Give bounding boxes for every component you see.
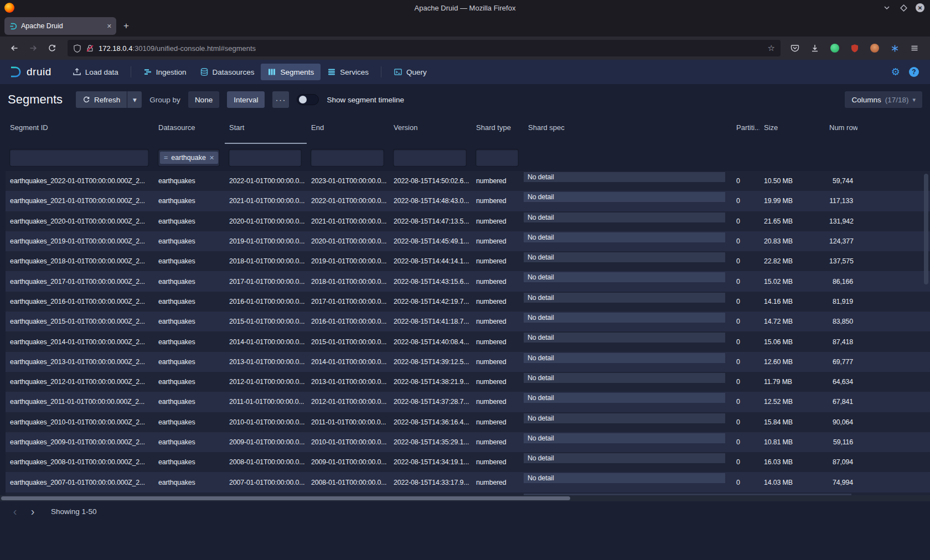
table-row[interactable]: earthquakes_2021-01-01T00:00:00.000Z_2..… — [6, 191, 930, 211]
cell-size: 16.03 MB — [760, 458, 825, 466]
nav-item-datasources[interactable]: Datasources — [193, 64, 261, 80]
cell-partition: 0 — [732, 217, 760, 225]
nav-item-load-data[interactable]: Load data — [66, 64, 125, 80]
ublock-extension-icon[interactable] — [847, 40, 862, 56]
filter-segment-id-input[interactable] — [10, 149, 148, 166]
datasource-filter-chip[interactable]: = earthquake ✕ — [160, 152, 218, 164]
col-header-shard-type[interactable]: Shard type — [472, 115, 524, 144]
col-header-num-rows[interactable]: Num rows — [825, 115, 857, 144]
col-header-end[interactable]: End — [307, 115, 389, 144]
cell-size: 15.06 MB — [760, 338, 825, 346]
vertical-scrollbar-thumb[interactable] — [924, 174, 928, 284]
table-row[interactable]: earthquakes_2017-01-01T00:00:00.000Z_2..… — [6, 271, 930, 291]
pocket-icon[interactable] — [787, 40, 803, 56]
url-bar[interactable]: 172.18.0.4:30109/unified-console.html#se… — [68, 40, 781, 56]
group-by-interval-button[interactable]: Interval — [227, 91, 265, 108]
insecure-lock-icon[interactable] — [86, 44, 94, 53]
cell-shard-type: numbered — [472, 418, 524, 426]
table-row[interactable]: earthquakes_2022-01-01T00:00:00.000Z_2..… — [6, 171, 930, 191]
cell-partition: 0 — [732, 378, 760, 386]
table-row[interactable]: earthquakes_2009-01-01T00:00:00.000Z_2..… — [6, 432, 930, 452]
tab-close-icon[interactable]: ✕ — [107, 23, 112, 30]
back-button[interactable] — [6, 39, 23, 57]
cell-num-rows: 87,094 — [825, 458, 857, 466]
help-icon[interactable]: ? — [909, 67, 919, 77]
forward-button[interactable] — [24, 39, 42, 57]
table-row[interactable]: earthquakes_2010-01-01T00:00:00.000Z_2..… — [6, 412, 930, 432]
bookmark-star-icon[interactable]: ☆ — [768, 43, 775, 53]
table-row[interactable]: earthquakes_2020-01-01T00:00:00.000Z_2..… — [6, 211, 930, 231]
cell-end: 2022-01-01T00:00:00.0... — [307, 197, 389, 205]
filter-start-input[interactable] — [229, 149, 301, 166]
cell-version: 2022-08-15T14:37:28.7... — [389, 398, 472, 406]
previous-page-icon[interactable]: ‹ — [8, 505, 22, 519]
table-row[interactable]: earthquakes_2013-01-01T00:00:00.000Z_2..… — [6, 352, 930, 372]
col-header-size[interactable]: Size — [760, 115, 825, 144]
settings-gear-icon[interactable]: ⚙ — [891, 67, 900, 77]
col-header-version[interactable]: Version — [389, 115, 472, 144]
cell-size: 11.79 MB — [760, 378, 825, 386]
window-close-icon[interactable]: ✕ — [916, 3, 924, 12]
next-page-icon[interactable]: › — [25, 505, 40, 519]
table-row[interactable]: earthquakes_2015-01-01T00:00:00.000Z_2..… — [6, 312, 930, 331]
table-row[interactable]: earthquakes_2011-01-01T00:00:00.000Z_2..… — [6, 392, 930, 412]
table-row[interactable]: earthquakes_2014-01-01T00:00:00.000Z_2..… — [6, 331, 930, 351]
tracking-shield-icon[interactable] — [73, 44, 81, 53]
shard-spec-detail: No detail — [524, 272, 725, 282]
cell-start: 2010-01-01T00:00:00.0... — [225, 418, 307, 426]
cell-segment-id: earthquakes_2017-01-01T00:00:00.000Z_2..… — [6, 278, 154, 286]
menu-hamburger-icon[interactable] — [907, 40, 922, 56]
tab-bar: Apache Druid ✕ + — [0, 15, 930, 37]
filter-shard-type-input[interactable] — [476, 149, 518, 166]
cell-segment-id: earthquakes_2011-01-01T00:00:00.000Z_2..… — [6, 398, 154, 406]
cell-size: 22.82 MB — [760, 257, 825, 265]
extension-green-icon[interactable] — [827, 40, 843, 56]
cell-end: 2020-01-01T00:00:00.0... — [307, 237, 389, 245]
col-header-datasource[interactable]: Datasource — [154, 115, 225, 144]
table-row[interactable]: earthquakes_2019-01-01T00:00:00.000Z_2..… — [6, 231, 930, 251]
downloads-icon[interactable] — [807, 40, 823, 56]
cell-shard-spec: No detail — [524, 432, 732, 452]
refresh-button[interactable]: Refresh — [76, 91, 127, 108]
table-row[interactable]: earthquakes_2018-01-01T00:00:00.000Z_2..… — [6, 251, 930, 271]
group-by-none-button[interactable]: None — [188, 91, 219, 108]
nav-item-services[interactable]: Services — [321, 64, 375, 80]
nav-item-query[interactable]: Query — [387, 64, 433, 80]
segment-timeline-toggle[interactable] — [297, 94, 319, 105]
cell-segment-id: earthquakes_2016-01-01T00:00:00.000Z_2..… — [6, 298, 154, 305]
nav-item-segments[interactable]: Segments — [261, 64, 321, 80]
remove-filter-icon[interactable]: ✕ — [209, 154, 214, 162]
account-avatar-icon[interactable] — [867, 40, 882, 56]
filter-datasource-input[interactable]: = earthquake ✕ — [158, 149, 219, 166]
cell-num-rows: 59,744 — [825, 177, 857, 185]
table-row[interactable]: earthquakes_2007-01-01T00:00:00.000Z_2..… — [6, 472, 930, 492]
filter-value: earthquake — [171, 154, 206, 162]
col-header-partition[interactable]: Partiti... — [732, 115, 760, 144]
extension-asterisk-icon[interactable] — [887, 40, 902, 56]
col-header-segment-id[interactable]: Segment ID — [6, 115, 154, 144]
table-row[interactable]: earthquakes_2008-01-01T00:00:00.000Z_2..… — [6, 452, 930, 472]
window-minimize-icon[interactable] — [882, 3, 891, 12]
cell-size: 15.02 MB — [760, 278, 825, 286]
nav-item-ingestion[interactable]: Ingestion — [137, 64, 193, 80]
new-tab-button[interactable]: + — [118, 18, 134, 34]
refresh-interval-dropdown[interactable]: ▾ — [127, 91, 142, 108]
columns-button[interactable]: Columns (17/18) ▾ — [845, 91, 922, 108]
horizontal-scrollbar[interactable] — [0, 495, 930, 501]
nav-separator — [381, 66, 381, 77]
reload-button[interactable] — [43, 39, 61, 57]
filter-version-input[interactable] — [394, 149, 466, 166]
more-actions-button[interactable]: ··· — [272, 91, 289, 108]
filter-end-input[interactable] — [311, 149, 384, 166]
table-row[interactable]: earthquakes_2012-01-01T00:00:00.000Z_2..… — [6, 372, 930, 392]
horizontal-scrollbar-thumb[interactable] — [1, 496, 570, 500]
browser-tab[interactable]: Apache Druid ✕ — [4, 17, 116, 35]
cell-segment-id: earthquakes_2014-01-01T00:00:00.000Z_2..… — [6, 338, 154, 346]
cell-version: 2022-08-15T14:40:08.4... — [389, 338, 472, 346]
window-maximize-icon[interactable] — [899, 3, 908, 12]
table-row[interactable]: earthquakes_2016-01-01T00:00:00.000Z_2..… — [6, 292, 930, 312]
cell-shard-spec: No detail — [524, 231, 732, 251]
col-header-start[interactable]: Start — [225, 115, 307, 144]
col-header-shard-spec[interactable]: Shard spec — [524, 115, 732, 144]
druid-brand[interactable]: druid — [8, 65, 51, 79]
